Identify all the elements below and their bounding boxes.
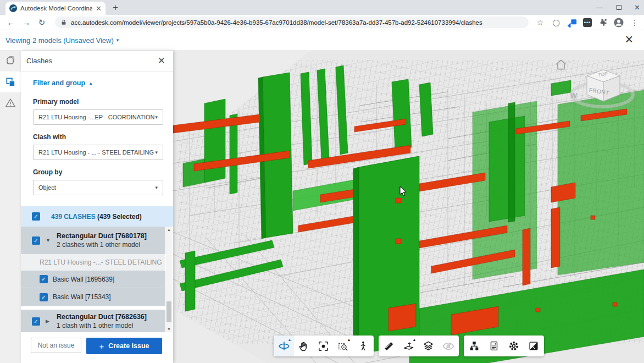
toolbar-first-person-button[interactable] bbox=[353, 336, 373, 356]
chevron-down-icon: ▾ bbox=[155, 185, 158, 190]
clash-group-title: Rectangular Duct [7680178] bbox=[57, 232, 147, 240]
clash-with-select[interactable]: R21 LTU Housing - ... - STEEL DETAILING … bbox=[33, 145, 163, 160]
clash-item-label: Basic Wall [715343] bbox=[53, 293, 111, 301]
extension-grid-icon[interactable]: ••• bbox=[583, 18, 592, 27]
forward-icon[interactable]: → bbox=[20, 16, 33, 29]
toolbar-pan-button[interactable] bbox=[294, 336, 314, 356]
panel-title: Clashes bbox=[26, 57, 158, 65]
properties-icon bbox=[488, 340, 500, 352]
url-text: acc.autodesk.com/model/viewer/projects/5… bbox=[71, 19, 482, 26]
filter-toggle-label: Filter and group bbox=[33, 79, 85, 87]
address-bar[interactable]: acc.autodesk.com/model/viewer/projects/5… bbox=[55, 16, 529, 28]
group-by-value: Object bbox=[38, 184, 155, 191]
list-gap bbox=[21, 306, 165, 310]
tab-close-icon[interactable]: ✕ bbox=[96, 5, 102, 12]
clash-list: ✓ ▼ Rectangular Duct [7680178] 2 clashes… bbox=[21, 227, 173, 332]
toolbar-properties-button[interactable] bbox=[484, 336, 504, 356]
group-by-select[interactable]: Object ▾ bbox=[33, 180, 163, 195]
viewer-toolbar: ▲ bbox=[274, 336, 544, 356]
back-icon[interactable]: ← bbox=[4, 16, 18, 29]
browser-tab-strip: Autodesk Model Coordination ✕ + — × bbox=[0, 0, 644, 15]
toolbar-settings-button[interactable] bbox=[504, 336, 524, 356]
app-header: Viewing 2 models (Unsaved View) ▾ × bbox=[0, 30, 644, 51]
gear-icon bbox=[507, 339, 520, 353]
clashes-summary-row: ✓ 439 CLASHES (439 Selected) bbox=[21, 206, 173, 227]
sidebar-item-models[interactable] bbox=[0, 51, 21, 72]
clash-with-value: R21 LTU Housing - ... - STEEL DETAILING bbox=[38, 149, 155, 156]
toolbar-section-button[interactable]: ▲ bbox=[399, 336, 419, 356]
clashes-panel: Clashes ✕ Filter and group ▲ Primary mod… bbox=[21, 51, 173, 363]
viewcube-west-label: W bbox=[570, 91, 578, 100]
clash-item-row[interactable]: ✓ Basic Wall [1695639] bbox=[21, 271, 165, 288]
sidebar-item-clashes[interactable] bbox=[0, 72, 21, 92]
chevron-down-icon: ▾ bbox=[155, 150, 158, 155]
chevron-down-icon: ▾ bbox=[155, 114, 158, 120]
chevron-down-icon: ▾ bbox=[116, 37, 119, 43]
clash-item-label: Basic Wall [1695639] bbox=[53, 276, 114, 283]
group-checkbox[interactable]: ✓ bbox=[32, 237, 40, 245]
window-close-button[interactable]: × bbox=[635, 3, 640, 13]
clash-with-label: Clash with bbox=[33, 133, 163, 141]
tool-flyout-caret: ▲ bbox=[347, 338, 351, 342]
scroll-up-icon[interactable]: ▲ bbox=[166, 227, 172, 233]
toolbar-levels-button[interactable] bbox=[419, 336, 438, 356]
primary-model-select[interactable]: R21 LTU Housing -...EP - COORDINATION ▾ bbox=[33, 109, 163, 125]
screen-cast-icon[interactable] bbox=[567, 18, 577, 28]
viewing-models-dropdown[interactable]: Viewing 2 models (Unsaved View) ▾ bbox=[5, 36, 119, 45]
bookmark-star-icon[interactable]: ☆ bbox=[535, 18, 545, 28]
tool-flyout-caret: ▲ bbox=[413, 338, 417, 342]
chevron-up-icon: ▲ bbox=[88, 81, 93, 86]
pan-hand-icon bbox=[297, 340, 310, 353]
scrollbar-thumb[interactable] bbox=[166, 301, 171, 322]
view-cube[interactable]: W TOP FRONT bbox=[567, 58, 637, 127]
panel-footer: Not an issue + Create Issue bbox=[21, 332, 173, 363]
clash-group-row[interactable]: ✓ ▶ Rectangular Duct [7682636] 1 clash w… bbox=[21, 310, 165, 332]
chevron-down-icon[interactable]: ▼ bbox=[46, 238, 51, 243]
autodesk-favicon bbox=[9, 4, 17, 12]
home-view-button[interactable] bbox=[554, 58, 568, 72]
model-browser-icon bbox=[468, 340, 480, 352]
clash-group-title: Rectangular Duct [7682636] bbox=[57, 313, 147, 321]
select-all-checkbox[interactable]: ✓ bbox=[32, 212, 40, 221]
new-tab-button[interactable]: + bbox=[109, 1, 122, 14]
toolbar-zoom-window-button[interactable]: ▲ bbox=[334, 336, 353, 356]
toolbar-orbit-button[interactable]: ▲ bbox=[274, 336, 294, 356]
model-viewport: W TOP FRONT ▲ bbox=[173, 51, 644, 363]
viewer-close-button[interactable]: × bbox=[625, 32, 633, 46]
panel-close-icon[interactable]: ✕ bbox=[158, 55, 165, 67]
clash-group-subtitle: 2 clashes with 1 other model bbox=[57, 241, 147, 249]
group-checkbox[interactable]: ✓ bbox=[32, 317, 40, 326]
group-by-label: Group by bbox=[33, 168, 163, 176]
clash-selected-label: (439 Selected) bbox=[97, 213, 142, 221]
filter-and-group-toggle[interactable]: Filter and group ▲ bbox=[33, 79, 163, 87]
toolbar-hide-button[interactable] bbox=[438, 336, 458, 356]
list-scrollbar[interactable]: ▲ ▼ bbox=[166, 227, 172, 332]
chevron-right-icon[interactable]: ▶ bbox=[46, 318, 51, 324]
toolbar-fit-view-button[interactable] bbox=[314, 336, 334, 356]
settings-tool-group bbox=[464, 336, 544, 356]
scroll-down-icon[interactable]: ▼ bbox=[166, 326, 172, 332]
fit-to-view-icon bbox=[317, 340, 330, 353]
viewing-models-label: Viewing 2 models (Unsaved View) bbox=[5, 36, 114, 45]
item-checkbox[interactable]: ✓ bbox=[40, 275, 48, 283]
extension-circle-icon[interactable]: ◯ bbox=[551, 18, 561, 28]
profile-avatar[interactable] bbox=[614, 18, 624, 28]
toolbar-model-browser-button[interactable] bbox=[464, 336, 484, 356]
window-minimize-button[interactable]: — bbox=[596, 3, 603, 12]
clash-group-row[interactable]: ✓ ▼ Rectangular Duct [7680178] 2 clashes… bbox=[21, 227, 165, 254]
sidebar-item-issues[interactable] bbox=[0, 92, 21, 113]
toolbar-measure-button[interactable] bbox=[379, 336, 399, 356]
window-maximize-button[interactable] bbox=[617, 5, 621, 10]
toolbar-fullscreen-button[interactable] bbox=[524, 336, 543, 356]
levels-layers-icon bbox=[422, 340, 435, 353]
browser-tab[interactable]: Autodesk Model Coordination ✕ bbox=[5, 2, 106, 15]
refresh-icon[interactable]: ↻ bbox=[35, 16, 48, 29]
create-issue-button[interactable]: + Create Issue bbox=[86, 338, 162, 354]
warning-triangle-icon bbox=[4, 97, 16, 109]
extensions-puzzle-icon[interactable] bbox=[598, 18, 608, 28]
item-checkbox[interactable]: ✓ bbox=[40, 293, 48, 301]
not-an-issue-button[interactable]: Not an issue bbox=[31, 338, 81, 353]
clash-item-row[interactable]: ✓ Basic Wall [715343] bbox=[21, 288, 165, 306]
plus-icon: + bbox=[99, 342, 104, 351]
browser-menu-dots-icon[interactable]: ⋮ bbox=[630, 18, 640, 28]
